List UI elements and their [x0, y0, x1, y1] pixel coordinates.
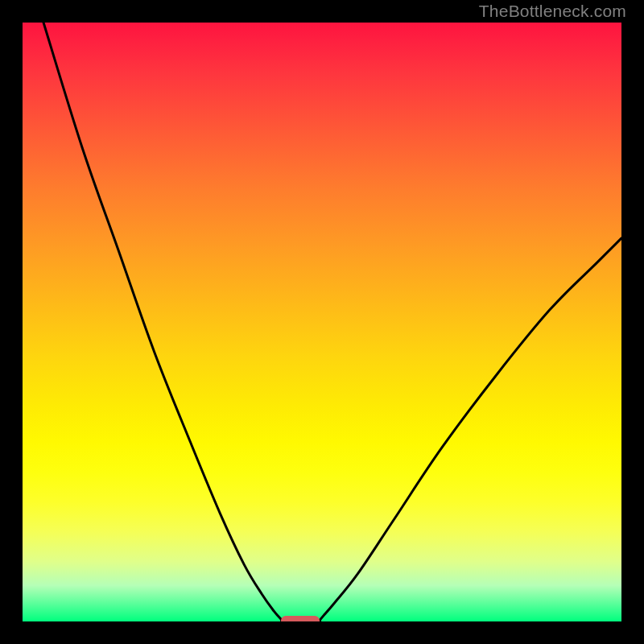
watermark-text: TheBottleneck.com: [479, 2, 626, 21]
outer-frame: [11, 11, 633, 633]
right-branch: [319, 238, 621, 621]
valley-marker: [281, 616, 320, 622]
left-branch: [43, 23, 282, 621]
bottleneck-curve: [23, 23, 621, 621]
plot-area: [23, 23, 621, 621]
